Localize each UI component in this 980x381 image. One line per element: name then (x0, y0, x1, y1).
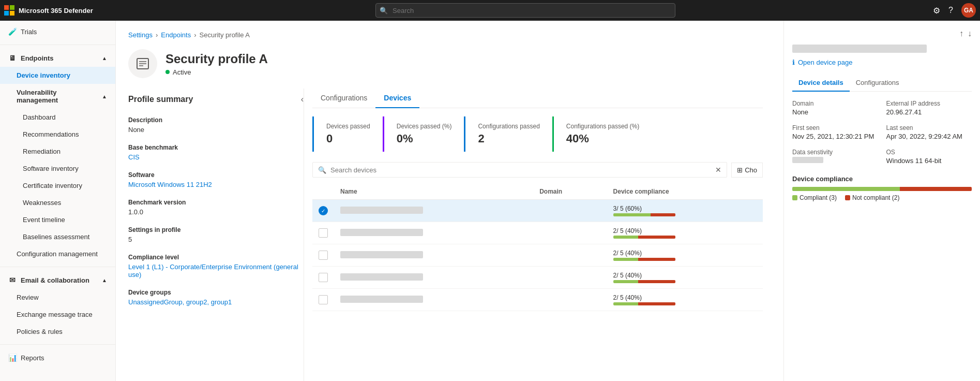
open-device-page-link[interactable]: ℹ Open device page (792, 58, 972, 66)
sidebar-item-device-inventory[interactable]: Device inventory (0, 67, 115, 84)
device-name-text (340, 207, 423, 214)
reports-icon: 📊 (8, 354, 17, 362)
compliance-bar (613, 258, 675, 261)
device-groups-value[interactable]: UnassignedGroup, group2, group1 (128, 298, 304, 306)
help-icon[interactable]: ? (948, 6, 953, 15)
summary-collapse-button[interactable]: ‹ (301, 95, 304, 104)
stat-configs-passed-pct-value: 40% (566, 132, 639, 145)
compliance-text: 2/ 5 (40%) (613, 227, 757, 235)
sidebar-item-vulnerability[interactable]: Vulnerability management ▲ (0, 84, 115, 109)
main-content: Settings › Endpoints › Security profile … (116, 21, 980, 381)
detail-bar-red (900, 187, 972, 191)
breadcrumb-endpoints[interactable]: Endpoints (161, 31, 191, 39)
compliance-cell-wrap: 2/ 5 (40%) (613, 294, 757, 305)
settings-value: 5 (128, 236, 304, 243)
breadcrumb-current: Security profile A (200, 31, 250, 39)
detail-nav-up-button[interactable]: ↑ (959, 29, 963, 38)
dashboard-label: Dashboard (23, 113, 56, 121)
sidebar-item-reports[interactable]: 📊 Reports (0, 349, 115, 367)
stat-configs-passed-label: Configurations passed (478, 123, 539, 130)
sidebar-item-email-collab[interactable]: ✉ Email & collaboration ▲ (0, 271, 115, 289)
summary-settings: Settings in profile 5 (128, 226, 304, 243)
table-row[interactable]: 2/ 5 (40%) (312, 222, 763, 244)
summary-title: Profile summary (128, 95, 193, 104)
sidebar-item-certificate-inventory[interactable]: Certificate inventory (0, 177, 115, 194)
avatar[interactable]: GA (961, 3, 976, 18)
table-row[interactable]: 2/ 5 (40%) (312, 289, 763, 311)
row-check-cell[interactable] (312, 222, 334, 244)
th-compliance: Device compliance (607, 184, 763, 200)
benchmark-version-label: Benchmark version (128, 199, 304, 206)
remediation-label: Remediation (23, 148, 61, 155)
sidebar-item-policies-rules[interactable]: Policies & rules (0, 323, 115, 340)
open-device-page-label: Open device page (798, 58, 853, 66)
sidebar-item-config-mgmt[interactable]: Configuration management (0, 245, 115, 262)
chevron-up-icon: ▲ (102, 55, 107, 61)
legend-compliant: Compliant (3) (792, 194, 837, 201)
table-row[interactable]: 2/ 5 (40%) (312, 244, 763, 267)
certificate-inventory-label: Certificate inventory (23, 182, 82, 189)
sidebar-reports-section: 📊 Reports (0, 347, 115, 369)
row-domain-cell (533, 222, 607, 244)
bar-red (651, 213, 675, 216)
detail-tab-device-details[interactable]: Device details (792, 75, 850, 92)
device-name-text (340, 273, 423, 281)
compliance-level-value[interactable]: Level 1 (L1) - Corporate/Enterprise Envi… (128, 263, 304, 279)
sidebar-item-remediation[interactable]: Remediation (0, 143, 115, 160)
search-input[interactable] (375, 3, 675, 18)
compliance-legend: Compliant (3) Not compliant (2) (792, 194, 972, 201)
sidebar-item-weaknesses[interactable]: Weaknesses (0, 194, 115, 211)
clear-search-button[interactable]: ✕ (715, 166, 721, 174)
sidebar-divider-2 (0, 267, 115, 267)
breadcrumb-sep-2: › (194, 31, 196, 39)
sidebar-email-section: ✉ Email & collaboration ▲ Review Exchang… (0, 269, 115, 342)
stat-devices-passed-pct: Devices passed (%) 0% (383, 116, 464, 152)
sidebar-divider-3 (0, 344, 115, 345)
profile-status: Active (165, 68, 268, 76)
detail-nav-down-button[interactable]: ↓ (968, 29, 972, 38)
sidebar-item-recommendations[interactable]: Recommendations (0, 126, 115, 143)
svg-rect-2 (4, 11, 9, 16)
check-empty-box (319, 295, 328, 304)
row-check-cell[interactable]: ✓ (312, 200, 334, 222)
compliance-bar (613, 213, 675, 216)
search-icon: 🔍 (380, 7, 388, 14)
sidebar-item-dashboard[interactable]: Dashboard (0, 109, 115, 126)
table-row[interactable]: ✓ 3/ 5 (60%) (312, 200, 763, 222)
settings-icon[interactable]: ⚙ (933, 6, 940, 16)
software-value[interactable]: Microsoft Windows 11 21H2 (128, 181, 304, 188)
breadcrumb-settings[interactable]: Settings (128, 31, 153, 39)
app-title: Microsoft 365 Defender (19, 7, 93, 14)
device-search-input[interactable] (330, 166, 711, 174)
bar-red (638, 236, 675, 239)
data-sensitivity-value (792, 157, 878, 165)
detail-bar-green (792, 187, 900, 191)
row-name-cell (334, 289, 533, 311)
row-check-cell[interactable] (312, 244, 334, 267)
ms-logo-icon (4, 5, 14, 16)
detail-device-name (792, 45, 972, 54)
sidebar-item-software-inventory[interactable]: Software inventory (0, 160, 115, 177)
tab-configurations[interactable]: Configurations (312, 89, 375, 108)
sidebar-item-event-timeline[interactable]: Event timeline (0, 211, 115, 228)
stat-configs-passed: Configurations passed 2 (464, 116, 552, 152)
email-icon: ✉ (8, 276, 17, 284)
sidebar-item-exchange-message-trace[interactable]: Exchange message trace (0, 306, 115, 323)
row-check-cell[interactable] (312, 267, 334, 289)
sidebar-item-review[interactable]: Review (0, 289, 115, 306)
detail-domain: Domain None (792, 100, 878, 116)
sidebar-item-baselines[interactable]: Baselines assessment (0, 228, 115, 245)
row-check-cell[interactable] (312, 289, 334, 311)
columns-button[interactable]: ⊞ Cho (731, 163, 763, 178)
table-row[interactable]: 2/ 5 (40%) (312, 267, 763, 289)
sidebar-item-endpoints[interactable]: 🖥 Endpoints ▲ (0, 49, 115, 67)
sidebar-item-trials[interactable]: 🧪 Trials (0, 23, 115, 40)
device-search-input-wrap: 🔍 ✕ (312, 162, 727, 178)
device-name-blurred-detail (792, 45, 927, 53)
benchmark-value[interactable]: CIS (128, 153, 304, 161)
tab-devices[interactable]: Devices (375, 89, 419, 108)
stat-devices-passed-label: Devices passed (326, 123, 370, 130)
check-empty-box (319, 273, 328, 282)
bar-green (613, 280, 638, 283)
detail-tab-configurations[interactable]: Configurations (850, 75, 906, 92)
